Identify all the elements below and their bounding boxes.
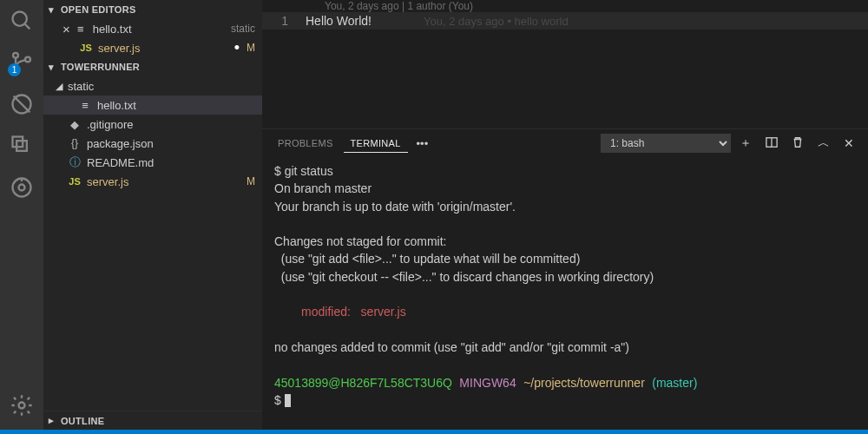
file-name: .gitignore xyxy=(87,118,255,131)
terminal-line: no changes added to commit (use "git add… xyxy=(274,340,629,354)
editor-line[interactable]: 1 Hello World! You, 2 days ago • hello w… xyxy=(262,12,868,30)
close-panel-icon[interactable]: ✕ xyxy=(838,136,859,150)
file-name: README.md xyxy=(87,156,255,169)
terminal-cursor xyxy=(285,394,291,407)
new-terminal-icon[interactable]: ＋ xyxy=(734,135,757,151)
activity-bar: 1 xyxy=(0,0,43,430)
open-editor-item[interactable]: × ≡ hello.txt static xyxy=(43,19,262,38)
prompt-path: ~/projects/towerrunner xyxy=(523,376,645,390)
prompt-sys: MINGW64 xyxy=(459,376,516,390)
bottom-panel: PROBLEMS TERMINAL ••• 1: bash ＋ ︿ ✕ $ gi… xyxy=(262,128,868,430)
chevron-down-icon: ▾ xyxy=(49,4,54,16)
tab-problems[interactable]: PROBLEMS xyxy=(271,135,340,152)
file-name: hello.txt xyxy=(97,99,255,112)
editor-area: You, 2 days ago | 1 author (You) 1 Hello… xyxy=(262,0,868,430)
modified-badge: M xyxy=(247,42,255,54)
kill-terminal-icon[interactable] xyxy=(786,136,809,151)
maximize-panel-icon[interactable]: ︿ xyxy=(812,135,835,151)
prompt-branch: (master) xyxy=(652,376,697,390)
editor-pane[interactable]: You, 2 days ago | 1 author (You) 1 Hello… xyxy=(262,0,868,128)
chevron-down-icon: ▾ xyxy=(49,62,54,73)
svg-point-12 xyxy=(19,403,25,409)
open-editor-item[interactable]: • JS server.js M xyxy=(43,38,262,57)
chevron-right-icon: ▸ xyxy=(49,415,54,426)
outline-title: OUTLINE xyxy=(61,416,104,426)
extensions-icon[interactable] xyxy=(10,134,34,158)
scm-badge: 1 xyxy=(8,63,21,76)
project-title: TOWERRUNNER xyxy=(61,62,140,72)
debug-icon[interactable] xyxy=(10,92,34,116)
open-editors-header[interactable]: ▾OPEN EDITORS xyxy=(43,0,262,19)
file-name: server.js xyxy=(98,42,243,55)
tree-file[interactable]: JS server.js M xyxy=(43,172,262,191)
file-icon: ◆ xyxy=(68,118,82,131)
svg-point-2 xyxy=(13,53,18,58)
terminal-selector[interactable]: 1: bash xyxy=(601,134,731,153)
gitlens-blame: You, 2 days ago | 1 author (You) xyxy=(262,0,868,12)
panel-tabs: PROBLEMS TERMINAL ••• 1: bash ＋ ︿ ✕ xyxy=(262,129,868,157)
file-icon: ⓘ xyxy=(68,155,82,170)
prompt-symbol: $ xyxy=(274,393,285,407)
tree-folder[interactable]: ◢ static xyxy=(43,76,262,95)
folder-name: static xyxy=(68,80,255,93)
svg-line-1 xyxy=(25,24,30,30)
svg-line-6 xyxy=(14,96,30,113)
tree-file[interactable]: ≡ hello.txt xyxy=(43,95,262,115)
outline-header[interactable]: ▸OUTLINE xyxy=(43,411,262,430)
inline-blame: You, 2 days ago • hello world xyxy=(424,15,569,28)
tab-terminal[interactable]: TERMINAL xyxy=(344,135,408,153)
chevron-down-icon: ◢ xyxy=(56,81,62,92)
terminal-line: Changes not staged for commit: xyxy=(274,234,446,248)
open-editors-title: OPEN EDITORS xyxy=(61,4,136,15)
tree-file[interactable]: ◆ .gitignore xyxy=(43,115,262,134)
terminal-line: $ git status xyxy=(274,164,333,178)
project-header[interactable]: ▾TOWERRUNNER xyxy=(43,57,262,76)
file-name: server.js xyxy=(87,175,243,188)
svg-point-4 xyxy=(25,57,30,62)
split-terminal-icon[interactable] xyxy=(760,136,783,151)
modified-badge: M xyxy=(247,175,255,187)
file-icon: {} xyxy=(68,137,82,149)
file-icon: ≡ xyxy=(78,99,92,112)
terminal-line: Your branch is up to date with 'origin/m… xyxy=(274,200,516,214)
terminal-line: On branch master xyxy=(274,181,372,195)
svg-point-10 xyxy=(19,185,25,191)
line-text: Hello World! xyxy=(306,14,372,28)
file-name: hello.txt xyxy=(93,23,226,36)
file-name: package.json xyxy=(87,137,255,150)
gitlens-icon[interactable] xyxy=(10,175,34,200)
tree-file[interactable]: {} package.json xyxy=(43,134,262,153)
file-desc: static xyxy=(231,23,255,35)
file-icon: JS xyxy=(68,176,82,187)
prompt-user: 45013899@H826F7L58CT3U6Q xyxy=(274,376,452,390)
terminal-line: (use "git add <file>..." to update what … xyxy=(274,252,580,266)
file-icon: JS xyxy=(79,43,93,53)
svg-rect-7 xyxy=(13,137,23,148)
sidebar: ▾OPEN EDITORS × ≡ hello.txt static • JS … xyxy=(43,0,262,430)
search-icon[interactable] xyxy=(10,9,34,33)
close-icon[interactable]: × xyxy=(62,22,70,36)
terminal-line: (use "git checkout -- <file>..." to disc… xyxy=(274,270,654,284)
source-control-icon[interactable]: 1 xyxy=(10,50,34,75)
terminal-line: modified: server.js xyxy=(274,305,406,319)
settings-icon[interactable] xyxy=(10,393,34,418)
terminal[interactable]: $ git status On branch master Your branc… xyxy=(262,157,868,430)
panel-more-icon[interactable]: ••• xyxy=(411,137,434,150)
status-bar[interactable] xyxy=(0,430,868,434)
file-icon: ≡ xyxy=(74,23,88,36)
line-number: 1 xyxy=(262,14,306,28)
tree-file[interactable]: ⓘ README.md xyxy=(43,153,262,172)
svg-point-0 xyxy=(13,12,27,26)
